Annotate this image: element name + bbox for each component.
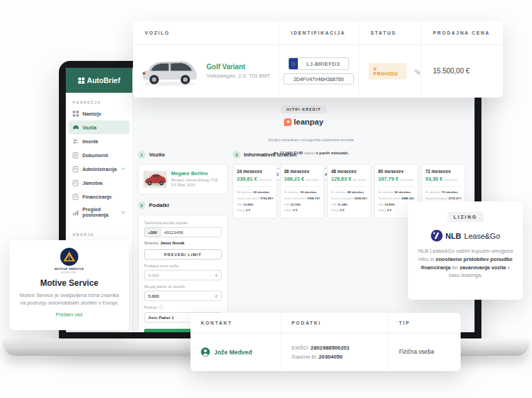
document-icon [73, 152, 79, 159]
step-header-izracun: 3 Informativni izračun [233, 151, 466, 159]
row-label: Polog: [284, 208, 292, 212]
price-input[interactable]: 5.000 € [144, 270, 222, 280]
contact-data-cell: EMŠO: 2802988500201 Davčna št: 20304050 [281, 334, 388, 370]
row-value: 5763,88 € [260, 197, 273, 200]
hitri-kredit-badge: HITRI KREDIT [281, 105, 327, 114]
total-row: Vsota vseh plačil: 5763,88 € [237, 196, 273, 202]
offer-48-months[interactable]: 48 mesecev 129,63 € /na mesec Št. obroko… [327, 164, 371, 219]
sidebar-item-namizje[interactable]: Namizje [69, 107, 130, 120]
price-label: Prodajna cena vozila [144, 264, 222, 268]
grid-logo-icon [78, 78, 85, 84]
product-value: Avto Paket 1 [148, 315, 174, 320]
edit-pencil-icon[interactable]: ✎ [414, 66, 420, 76]
row-value: 10,83% [384, 203, 395, 206]
step-number: 3 [233, 151, 240, 159]
row-value: 5996,74 € [308, 197, 320, 200]
per-month-suffix: /na mesec [305, 178, 319, 181]
offer-price-value: 129,63 € [331, 176, 351, 182]
sidebar-item-financiranje[interactable]: Financiranje [69, 190, 130, 203]
selected-vehicle-card[interactable]: Megane Berline Renault, Intense Energy T… [138, 164, 228, 195]
per-month-suffix: /na mesec [258, 178, 272, 181]
total-label: Skupaj plačilo ob obrokih [144, 284, 222, 289]
offer-24-months[interactable]: 24 mesecev 239,61 € /na mesec Št. obroko… [233, 164, 277, 219]
nlb-bold: NLB [445, 232, 461, 240]
row-label: Št. obrokov: [237, 190, 252, 194]
installments-row: Št. obrokov: 60 obrokov [378, 190, 414, 196]
row-label: Št. obrokov: [425, 190, 441, 194]
vehicle-info: Megane Berline Renault, Intense Energy T… [171, 170, 222, 188]
tax-value: 20304050 [319, 354, 343, 360]
offer-36-months[interactable]: 36 mesecev 166,21 € /na mesec Št. obroko… [280, 164, 324, 219]
row-label: Polog: [237, 208, 245, 212]
client-name: Janez Novak [160, 241, 184, 245]
total-input[interactable]: 5.033 € [144, 291, 222, 301]
app-logo: AutoBrief [66, 68, 132, 93]
vin-input[interactable]: 2D4FV47V46H368760 [283, 73, 354, 84]
sidebar-item-pregled-poslovanja[interactable]: Pregled poslovanja [69, 203, 130, 221]
sidebar-item-dokumenti[interactable]: Dokumenti [69, 148, 130, 162]
lizing-badge: LIZING [447, 212, 484, 222]
check-limit-button[interactable]: PREVERI LIMIT [144, 249, 222, 260]
phone-input[interactable]: 40123456 [161, 227, 222, 237]
motive-service-card: MOTIVE SERVICE EUROPE Motive Service Mot… [10, 240, 129, 330]
car-icon [73, 125, 79, 131]
row-label: Št. obrokov: [284, 190, 299, 194]
sidebar-item-label: Imenik [82, 138, 98, 145]
row-value: 36 obrokov [301, 190, 317, 194]
row-label: Št. obrokov: [331, 190, 346, 194]
nlb-leasego-logo: NLB Lease&Go [408, 229, 523, 242]
contact-cell: Jože Medved [190, 334, 281, 370]
marketing-composite: AutoBrief PODROČJA Namizje Vozila [0, 0, 532, 398]
row-value: 11,34% [337, 203, 348, 206]
total-row: Vsota vseh plačil: 5996,74 € [284, 196, 320, 202]
product-label-text: Produkt [144, 305, 157, 309]
phone-label: Telefonska številka stranke [144, 221, 222, 225]
identification-cell: LJ-BRIEFD3 2D4FV47V46H368760 [278, 45, 358, 97]
offer-monthly-price: 239,61 € /na mesec [237, 176, 273, 182]
divider [284, 186, 320, 187]
installments-row: Št. obrokov: 24 obrokov [237, 190, 273, 196]
leasego-text: Lease&Go [464, 232, 500, 240]
phone-prefix[interactable]: +386 [144, 227, 161, 237]
sidebar-item-jamstva[interactable]: Jamstva [69, 176, 130, 190]
row-value: 0 € [340, 208, 344, 212]
offer-price-value: 239,61 € [237, 176, 257, 182]
row-value: 0 € [246, 208, 250, 212]
column-header: PODATKI [281, 313, 388, 333]
vehicle-photo [143, 170, 167, 188]
price-cell: 15.500,00 € [420, 45, 503, 97]
sidebar-item-imenik[interactable]: Imenik [69, 134, 130, 148]
offer-months: 36 mesecev [284, 169, 320, 174]
leanpay-logo-text: leanpay [294, 118, 323, 126]
sidebar-item-vozila[interactable]: Vozila [69, 120, 130, 134]
step-header-podatki: 2 Podatki [138, 201, 228, 209]
vehicle-table-row[interactable]: Golf Variant Volkswagen, 2.0. TDI BMT LJ… [133, 45, 503, 97]
sidebar-item-label: Administracija [82, 166, 117, 172]
divider [378, 186, 414, 187]
license-plate: LJ-BRIEFD3 [288, 57, 349, 70]
plate-number: LJ-BRIEFD3 [298, 61, 348, 67]
leanpay-icon [284, 118, 292, 126]
motive-logo-caption: MOTIVE SERVICE [55, 267, 85, 271]
row-label: OM: [237, 203, 242, 206]
row-label: Vsota vseh plačil: [425, 197, 448, 200]
vehicle-text: Golf Variant Volkswagen, 2.0. TDI BMT [206, 63, 270, 79]
divider [425, 186, 461, 187]
deposit-row: Polog: 0 € [284, 208, 320, 214]
column-header: TIP [388, 313, 461, 333]
emso-value: 2802988500201 [310, 345, 349, 351]
deposit-row: Polog: 0 € [331, 208, 367, 214]
motive-service-logo: MOTIVE SERVICE EUROPE [10, 248, 129, 274]
nlb-icon [431, 230, 443, 242]
row-label: OM: [378, 203, 384, 206]
contact-table-row[interactable]: Jože Medved EMŠO: 2802988500201 Davčna š… [190, 334, 461, 370]
sidebar-item-label: Vozila [82, 125, 96, 131]
read-more-link[interactable]: Preberi več [55, 311, 82, 318]
offer-months: 60 mesecev [378, 169, 414, 174]
chevron-down-icon [121, 168, 125, 170]
sidebar-item-administracija[interactable]: Administracija [69, 162, 130, 176]
row-label: Vsota vseh plačil: [331, 197, 354, 200]
phone-input-group: +386 40123456 [144, 227, 222, 237]
product-label: Produkt ⓘ [144, 305, 222, 310]
lizing-card: LIZING NLB Lease&Go NLB Lease&Go vašim k… [408, 201, 523, 300]
